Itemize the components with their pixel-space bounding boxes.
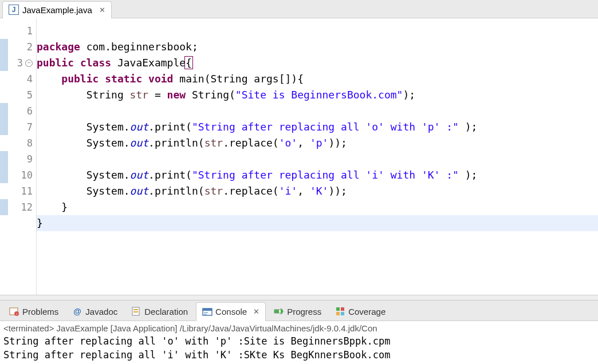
editor: 1 2 3− 4 5 6 7 8 9 10 11 12 package com.…: [0, 18, 598, 295]
close-icon[interactable]: ✕: [253, 307, 259, 316]
tab-label: Declaration: [144, 307, 188, 316]
bottom-tab-bar: ! Problems @ Javadoc Declaration Console…: [0, 300, 598, 321]
tab-problems[interactable]: ! Problems: [3, 302, 64, 321]
svg-rect-12: [274, 310, 279, 313]
coverage-icon: [335, 306, 345, 316]
editor-tab-active[interactable]: J JavaExample.java ✕: [2, 1, 112, 18]
line-number: 5: [8, 87, 33, 103]
fold-toggle-icon[interactable]: −: [25, 60, 33, 67]
javadoc-icon: @: [72, 306, 82, 316]
declaration-icon: [131, 306, 141, 316]
svg-rect-5: [133, 309, 138, 310]
tab-label: Console: [215, 307, 247, 316]
tab-label: Problems: [22, 307, 58, 316]
line-number: 9: [8, 151, 33, 167]
line-number: 8: [8, 135, 33, 151]
svg-rect-17: [341, 312, 344, 315]
line-number-gutter: 1 2 3− 4 5 6 7 8 9 10 11 12: [8, 18, 37, 295]
tab-coverage[interactable]: Coverage: [329, 302, 391, 321]
console-panel: <terminated> JavaExample [Java Applicati…: [0, 321, 598, 364]
svg-text:@: @: [74, 307, 82, 316]
tab-label: Javadoc: [85, 307, 117, 316]
svg-rect-15: [341, 307, 344, 311]
svg-rect-6: [133, 311, 138, 312]
progress-icon: [274, 306, 284, 316]
line-number: 10: [8, 167, 33, 183]
console-output-line: String after replacing all 'i' with 'K' …: [3, 348, 595, 362]
svg-marker-13: [281, 308, 284, 315]
line-number: 6: [8, 103, 33, 119]
java-file-icon: J: [9, 5, 19, 15]
svg-rect-14: [336, 307, 340, 311]
pane-divider[interactable]: [0, 295, 598, 300]
tab-javadoc[interactable]: @ Javadoc: [66, 302, 123, 321]
editor-tab-bar: J JavaExample.java ✕: [0, 0, 598, 18]
line-number: 4: [8, 71, 33, 87]
code-area[interactable]: package com.beginnersbook; public class …: [37, 18, 598, 295]
tab-label: Progress: [287, 307, 321, 316]
editor-tab-title: JavaExample.java: [22, 5, 92, 15]
tab-progress[interactable]: Progress: [268, 302, 327, 321]
svg-rect-8: [203, 308, 212, 311]
tab-console[interactable]: Console ✕: [196, 302, 266, 321]
svg-rect-16: [336, 312, 340, 315]
tab-label: Coverage: [348, 307, 385, 316]
console-header: <terminated> JavaExample [Java Applicati…: [3, 323, 595, 333]
close-icon[interactable]: ✕: [99, 6, 105, 14]
line-number: 12: [8, 199, 33, 215]
line-number: 11: [8, 183, 33, 199]
line-number: 2: [8, 39, 33, 55]
problems-icon: !: [9, 306, 19, 316]
marker-column: [0, 18, 8, 295]
line-number: 3−: [8, 55, 33, 71]
console-output-line: String after replacing all 'o' with 'p' …: [3, 334, 595, 348]
console-icon: [202, 307, 213, 317]
line-number: 7: [8, 119, 33, 135]
line-number: 1: [8, 23, 33, 39]
tab-declaration[interactable]: Declaration: [125, 302, 194, 321]
